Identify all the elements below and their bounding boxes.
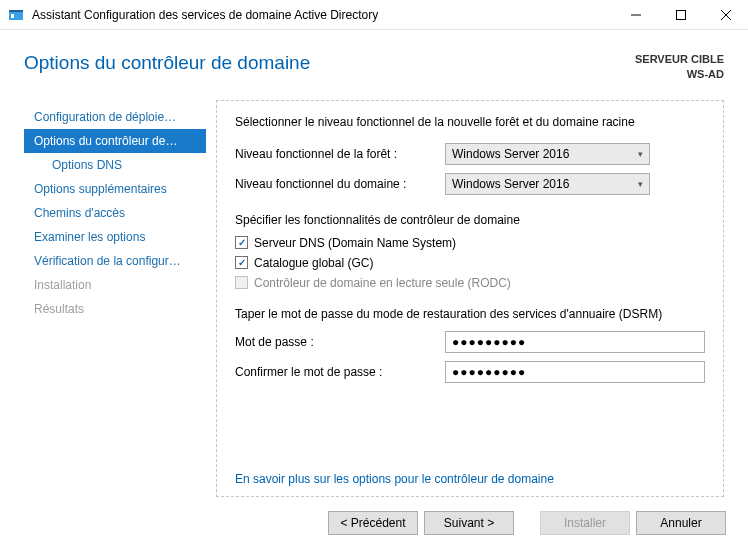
install-button: Installer — [540, 511, 630, 535]
next-button[interactable]: Suivant > — [424, 511, 514, 535]
intro-text: Sélectionner le niveau fonctionnel de la… — [235, 115, 705, 129]
content-panel: Sélectionner le niveau fonctionnel de la… — [216, 100, 724, 497]
checkbox-dns[interactable] — [235, 236, 248, 249]
step-dc-options[interactable]: Options du contrôleur de… — [24, 129, 206, 153]
titlebar-title: Assistant Configuration des services de … — [32, 8, 613, 22]
step-deployment-config[interactable]: Configuration de déploie… — [24, 105, 206, 129]
chevron-down-icon: ▾ — [638, 149, 643, 159]
previous-button[interactable]: < Précédent — [328, 511, 418, 535]
step-paths[interactable]: Chemins d'accès — [24, 201, 206, 225]
learn-more-link[interactable]: En savoir plus sur les options pour le c… — [235, 464, 705, 486]
target-server-value: WS-AD — [635, 67, 724, 82]
domain-level-select[interactable]: Windows Server 2016 ▾ — [445, 173, 650, 195]
target-server-block: SERVEUR CIBLE WS-AD — [635, 52, 724, 83]
password-value: ●●●●●●●●● — [452, 335, 526, 349]
forest-level-select[interactable]: Windows Server 2016 ▾ — [445, 143, 650, 165]
dsrm-label: Taper le mot de passe du mode de restaur… — [235, 307, 705, 321]
forest-level-value: Windows Server 2016 — [452, 147, 569, 161]
header: Options du contrôleur de domaine SERVEUR… — [0, 30, 748, 95]
step-review-options[interactable]: Examiner les options — [24, 225, 206, 249]
body: Configuration de déploie… Options du con… — [0, 95, 748, 502]
capabilities-label: Spécifier les fonctionnalités de contrôl… — [235, 213, 705, 227]
password-label: Mot de passe : — [235, 335, 445, 349]
page-title: Options du contrôleur de domaine — [24, 52, 310, 74]
checkbox-rodc — [235, 276, 248, 289]
footer: < Précédent Suivant > Installer Annuler — [0, 502, 748, 558]
password-input[interactable]: ●●●●●●●●● — [445, 331, 705, 353]
cancel-button[interactable]: Annuler — [636, 511, 726, 535]
maximize-button[interactable] — [658, 0, 703, 30]
window-controls — [613, 0, 748, 30]
app-icon — [8, 7, 24, 23]
domain-level-value: Windows Server 2016 — [452, 177, 569, 191]
domain-level-label: Niveau fonctionnel du domaine : — [235, 177, 445, 191]
svg-rect-4 — [676, 10, 685, 19]
wizard-window: Assistant Configuration des services de … — [0, 0, 748, 558]
password-confirm-label: Confirmer le mot de passe : — [235, 365, 445, 379]
step-installation: Installation — [24, 273, 206, 297]
step-dns-options[interactable]: Options DNS — [24, 153, 206, 177]
step-additional-options[interactable]: Options supplémentaires — [24, 177, 206, 201]
forest-level-label: Niveau fonctionnel de la forêt : — [235, 147, 445, 161]
wizard-steps: Configuration de déploie… Options du con… — [24, 95, 206, 502]
svg-rect-2 — [11, 14, 14, 18]
target-server-label: SERVEUR CIBLE — [635, 52, 724, 67]
step-prereq-check[interactable]: Vérification de la configur… — [24, 249, 206, 273]
minimize-button[interactable] — [613, 0, 658, 30]
checkbox-gc-label: Catalogue global (GC) — [254, 256, 373, 270]
titlebar: Assistant Configuration des services de … — [0, 0, 748, 30]
svg-rect-1 — [9, 10, 23, 12]
password-confirm-input[interactable]: ●●●●●●●●● — [445, 361, 705, 383]
chevron-down-icon: ▾ — [638, 179, 643, 189]
password-confirm-value: ●●●●●●●●● — [452, 365, 526, 379]
checkbox-gc[interactable] — [235, 256, 248, 269]
step-results: Résultats — [24, 297, 206, 321]
close-button[interactable] — [703, 0, 748, 30]
checkbox-rodc-label: Contrôleur de domaine en lecture seule (… — [254, 276, 511, 290]
checkbox-dns-label: Serveur DNS (Domain Name System) — [254, 236, 456, 250]
